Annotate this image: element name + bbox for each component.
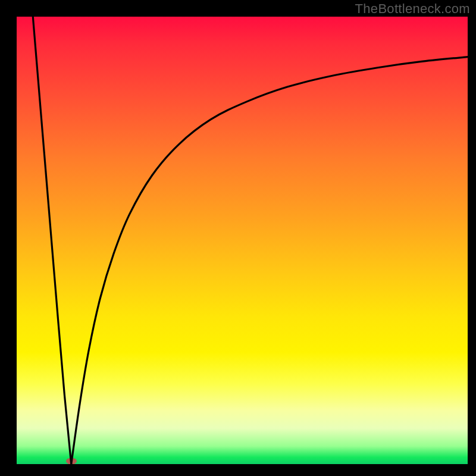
chart-frame: TheBottleneck.com <box>0 0 476 476</box>
watermark-text: TheBottleneck.com <box>355 1 470 17</box>
curve-right-branch <box>71 57 468 464</box>
bottleneck-curve <box>17 17 468 464</box>
curve-left-branch <box>33 17 71 464</box>
plot-area <box>17 17 468 464</box>
